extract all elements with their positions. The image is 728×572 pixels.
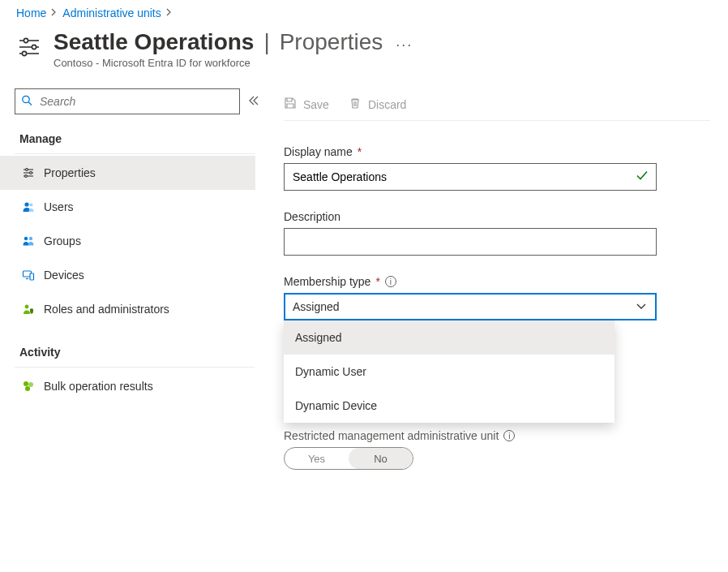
- display-name-input[interactable]: [284, 163, 657, 191]
- user-icon: [21, 200, 36, 213]
- sidebar-item-groups[interactable]: Groups: [0, 224, 255, 258]
- sidebar-item-roles[interactable]: Roles and administrators: [0, 292, 255, 326]
- required-indicator: *: [375, 275, 379, 288]
- svg-point-14: [24, 202, 28, 206]
- field-display-name: Display name *: [284, 145, 710, 191]
- breadcrumb-administrative-units[interactable]: Administrative units: [62, 6, 161, 19]
- save-label: Save: [303, 98, 329, 111]
- group-icon: [21, 234, 36, 247]
- svg-point-22: [24, 381, 28, 386]
- admin-icon: [21, 303, 36, 316]
- devices-icon: [21, 269, 36, 282]
- main-content: Save Discard Display name *: [269, 88, 728, 470]
- svg-point-11: [30, 172, 32, 174]
- required-indicator: *: [358, 145, 362, 158]
- search-icon: [21, 95, 32, 109]
- sidebar-item-label: Devices: [44, 269, 84, 282]
- sidebar-item-label: Bulk operation results: [44, 380, 153, 393]
- dropdown-option-dynamic-device[interactable]: Dynamic Device: [284, 389, 615, 423]
- svg-point-6: [23, 96, 29, 102]
- nav-group-manage: Manage: [15, 127, 269, 152]
- nav-group-activity: Activity: [15, 341, 269, 365]
- sidebar-item-label: Groups: [44, 234, 81, 247]
- sliders-icon: [21, 166, 36, 179]
- sidebar-item-label: Roles and administrators: [44, 303, 169, 316]
- restricted-label: Restricted management administrative uni…: [284, 429, 499, 442]
- sidebar-item-bulk-results[interactable]: Bulk operation results: [0, 369, 255, 403]
- restricted-yes[interactable]: Yes: [285, 448, 349, 469]
- description-input[interactable]: [284, 228, 657, 256]
- membership-type-dropdown: Assigned Dynamic User Dynamic Device: [284, 320, 615, 423]
- sidebar-item-label: Properties: [44, 166, 96, 179]
- more-actions-button[interactable]: ···: [396, 37, 413, 54]
- svg-point-16: [24, 237, 28, 240]
- membership-type-value: Assigned: [293, 300, 340, 313]
- svg-point-24: [25, 386, 30, 391]
- trash-icon: [349, 97, 362, 112]
- checkmark-icon: [636, 170, 649, 185]
- svg-rect-20: [30, 273, 34, 280]
- svg-point-15: [30, 204, 33, 207]
- dropdown-option-label: Assigned: [295, 331, 342, 344]
- divider: [15, 367, 255, 368]
- save-icon: [284, 97, 297, 112]
- svg-point-21: [25, 305, 29, 309]
- page-section: Properties: [280, 29, 383, 55]
- collapse-sidebar-button[interactable]: [248, 94, 259, 109]
- membership-type-label: Membership type: [284, 275, 370, 288]
- discard-label: Discard: [368, 98, 406, 111]
- svg-line-7: [28, 102, 32, 105]
- chevron-down-icon: [636, 300, 647, 313]
- svg-point-23: [28, 382, 33, 387]
- dropdown-option-dynamic-user[interactable]: Dynamic User: [284, 355, 615, 389]
- sidebar-item-properties[interactable]: Properties: [0, 156, 255, 190]
- svg-point-1: [24, 38, 28, 42]
- dropdown-option-label: Dynamic Device: [295, 399, 377, 412]
- sidebar-item-label: Users: [44, 200, 74, 213]
- svg-point-9: [26, 169, 28, 171]
- sidebar: Manage Properties Users Groups Devices: [0, 88, 269, 470]
- dropdown-option-assigned[interactable]: Assigned: [284, 320, 615, 355]
- info-icon[interactable]: i: [503, 430, 515, 441]
- bulk-results-icon: [21, 380, 36, 393]
- toggle-no-label: No: [374, 453, 388, 465]
- chevron-right-icon: [166, 7, 173, 19]
- search-input[interactable]: [15, 88, 240, 114]
- breadcrumb-home[interactable]: Home: [16, 6, 46, 19]
- description-label: Description: [284, 210, 340, 223]
- sidebar-item-users[interactable]: Users: [0, 190, 255, 224]
- chevron-right-icon: [51, 7, 58, 19]
- svg-point-5: [22, 51, 26, 55]
- sidebar-item-devices[interactable]: Devices: [0, 258, 255, 292]
- save-button[interactable]: Save: [284, 97, 329, 112]
- page-title: Seattle Operations: [54, 29, 254, 55]
- toggle-yes-label: Yes: [308, 453, 325, 465]
- restricted-no[interactable]: No: [349, 448, 413, 469]
- breadcrumb: Home Administrative units: [0, 0, 728, 24]
- divider: [15, 153, 255, 154]
- page-subtitle: Contoso - Microsoft Entra ID for workfor…: [54, 57, 413, 69]
- svg-point-17: [29, 237, 32, 240]
- svg-point-13: [25, 175, 28, 178]
- page-header: Seattle Operations | Properties ··· Cont…: [0, 24, 728, 88]
- dropdown-option-label: Dynamic User: [295, 365, 366, 378]
- command-bar: Save Discard: [284, 88, 710, 121]
- field-description: Description: [284, 210, 710, 256]
- field-membership-type: Membership type * i Assigned Assigned Dy…: [284, 275, 710, 320]
- discard-button[interactable]: Discard: [349, 97, 406, 112]
- sliders-icon: [16, 34, 42, 62]
- membership-type-select[interactable]: Assigned: [284, 293, 657, 320]
- info-icon[interactable]: i: [385, 276, 396, 287]
- restricted-toggle[interactable]: Yes No: [284, 447, 413, 470]
- svg-point-3: [32, 45, 36, 49]
- title-separator: |: [263, 29, 269, 55]
- display-name-label: Display name: [284, 145, 353, 158]
